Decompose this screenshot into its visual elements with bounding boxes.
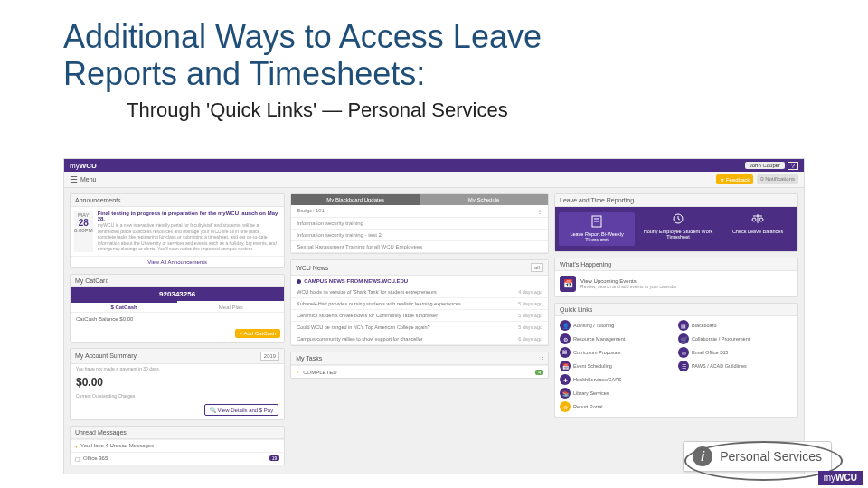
catcard-header: My CatCard bbox=[71, 275, 284, 287]
catcash-balance: CatCash Balance $0.00 bbox=[71, 312, 284, 325]
ql-paws[interactable]: ☰PAWS / ACAD Guildlines bbox=[676, 360, 795, 373]
year-select[interactable]: 2019 bbox=[260, 352, 279, 361]
cart-icon: 🛒 bbox=[678, 333, 689, 344]
bb-row[interactable]: Information security training - test 2 bbox=[291, 230, 548, 241]
student-id: 920343256 bbox=[71, 287, 284, 301]
personal-services-callout[interactable]: i Personal Services bbox=[683, 441, 832, 472]
news-row[interactable]: Campus community rallies to show support… bbox=[291, 333, 548, 345]
calendar-icon: 📅 bbox=[560, 361, 571, 371]
tasks-card: My Tasks ‹ ✓COMPLETED4 bbox=[290, 352, 549, 379]
news-row[interactable]: Ceramics students create bowls for Commu… bbox=[291, 310, 548, 322]
portal-screenshot: myWCU John Cooper ? ☰ Menu ★ Feedback 0 … bbox=[63, 158, 805, 474]
slide-title: Additional Ways to Access Leave Reports … bbox=[63, 18, 805, 93]
office-icon: ▢ bbox=[75, 455, 80, 462]
svg-point-9 bbox=[760, 218, 763, 221]
blackboard-card: My Blackboard Updates My Schedule Badge:… bbox=[290, 193, 549, 254]
bullet-icon bbox=[297, 279, 301, 284]
account-card: My Account Summary 2019 You have not mad… bbox=[70, 348, 285, 420]
bb-row[interactable]: Information security training bbox=[291, 218, 548, 230]
building-icon: 🏛 bbox=[560, 347, 571, 358]
ql-health[interactable]: ✚HealthServices/CAPS bbox=[558, 373, 676, 387]
ql-advising[interactable]: 👤Advising / Tutoring bbox=[558, 319, 676, 333]
document-icon bbox=[590, 215, 604, 228]
health-icon: ✚ bbox=[560, 374, 571, 385]
view-pay-button[interactable]: 🔍 View Details and $ Pay bbox=[204, 404, 278, 416]
ql-blackboard[interactable]: ▤Blackboard bbox=[676, 319, 795, 333]
news-row[interactable]: Could WCU be ranged in NC's Top American… bbox=[291, 322, 548, 333]
svg-line-5 bbox=[678, 219, 680, 220]
tab-my-schedule[interactable]: My Schedule bbox=[420, 194, 548, 205]
person-icon: 👤 bbox=[560, 320, 571, 331]
info-icon: i bbox=[693, 446, 712, 466]
news-filter[interactable]: all bbox=[531, 263, 543, 272]
tile-leave-balances[interactable]: Check Leave Balances bbox=[722, 212, 794, 246]
ql-collaborate[interactable]: 🛒Collaborate / Procurement bbox=[676, 333, 795, 346]
calendar-icon: 📅 bbox=[560, 276, 576, 292]
account-balance: $0.00 bbox=[71, 373, 284, 391]
help-button[interactable]: ? bbox=[788, 162, 798, 170]
account-note: You have not made a payment in 30 days. bbox=[71, 364, 284, 373]
account-header: My Account Summary 2019 bbox=[71, 349, 284, 364]
quick-links-card: Quick Links 👤Advising / Tutoring ▤Blackb… bbox=[554, 303, 798, 418]
office365-row[interactable]: ▢Office 36519 bbox=[71, 452, 284, 465]
ql-spacer2 bbox=[676, 387, 795, 400]
unread-row[interactable]: ▾You Have 4 Unread Messages bbox=[71, 439, 284, 452]
clock-icon bbox=[671, 212, 685, 225]
ql-report[interactable]: ⊘Report Portal bbox=[558, 400, 676, 414]
tasks-pager[interactable]: ‹ bbox=[542, 355, 543, 361]
footer-brand: myWCU bbox=[818, 471, 863, 485]
scales-icon bbox=[750, 212, 765, 225]
feedback-button[interactable]: ★ Feedback bbox=[716, 174, 753, 184]
bb-row[interactable]: Sexual Harassment Training for all WCU E… bbox=[291, 241, 548, 253]
user-menu[interactable]: John Cooper bbox=[745, 162, 785, 169]
menu-label[interactable]: Menu bbox=[80, 176, 97, 183]
ql-library[interactable]: 📚Library Services bbox=[558, 387, 676, 400]
ql-spacer bbox=[676, 373, 795, 387]
wh-sub: Review, search and add events to your ca… bbox=[580, 284, 677, 289]
ltr-header: Leave and Time Reporting bbox=[555, 194, 797, 207]
announcement-date: MAY 28 8:00PM bbox=[74, 211, 93, 252]
sliders-icon: ⚙ bbox=[560, 333, 571, 344]
ql-curriculum[interactable]: 🏛Curriculum Proposals bbox=[558, 346, 676, 360]
notifications-button[interactable]: 0 Notifications bbox=[757, 174, 798, 184]
ql-email[interactable]: ✉Email Office 365 bbox=[676, 346, 795, 360]
news-row[interactable]: Kuhanek-Haft provides nursing students w… bbox=[291, 298, 548, 310]
slide-subtitle: Through 'Quick Links' — Personal Service… bbox=[127, 99, 805, 122]
svg-point-8 bbox=[752, 218, 756, 221]
account-charges: Current Outstanding Charges bbox=[71, 391, 284, 400]
list-icon: ☰ bbox=[678, 361, 689, 371]
tab-bb-updates[interactable]: My Blackboard Updates bbox=[291, 194, 420, 205]
subbar: ☰ Menu ★ Feedback 0 Notifications bbox=[64, 172, 804, 188]
menu-icon[interactable]: ☰ bbox=[70, 174, 78, 184]
task-row[interactable]: ✓COMPLETED4 bbox=[291, 365, 548, 378]
announcements-header: Announcements bbox=[71, 194, 284, 207]
tab-catcash[interactable]: $ CatCash bbox=[71, 301, 177, 312]
book-icon: 📚 bbox=[560, 388, 571, 399]
tasks-header: My Tasks ‹ bbox=[291, 352, 548, 365]
wh-header: What's Happening bbox=[555, 258, 797, 271]
news-header: WCU News all bbox=[291, 260, 548, 276]
topbar: myWCU John Cooper ? bbox=[64, 159, 804, 172]
board-icon: ▤ bbox=[678, 320, 689, 331]
news-card: WCU News all CAMPUS NEWS FROM NEWS.WCU.E… bbox=[290, 259, 549, 346]
view-all-announcements[interactable]: View All Announcements bbox=[71, 256, 284, 267]
tile-hourly-timesheet[interactable]: Hourly Employee Student Work Timesheet bbox=[642, 212, 714, 246]
ql-resource[interactable]: ⚙Collaborate / ProcurementResource Manag… bbox=[558, 333, 676, 346]
add-catcash-button[interactable]: + Add CatCash bbox=[235, 329, 281, 338]
tab-mealplan[interactable]: Meal Plan bbox=[177, 301, 284, 312]
tile-leave-report[interactable]: Leave Report Bi-Weekly Timesheet bbox=[559, 212, 635, 246]
messages-card: Unread Messages ▾You Have 4 Unread Messa… bbox=[70, 426, 285, 465]
news-row[interactable]: WCU holds its version of 'Shark Tank' fo… bbox=[291, 286, 548, 298]
ql-events[interactable]: 📅Event Scheduling bbox=[558, 360, 676, 373]
messages-header: Unread Messages bbox=[71, 427, 284, 439]
title-line1: Additional Ways to Access Leave bbox=[63, 18, 542, 55]
chevron-down-icon: ▾ bbox=[75, 443, 78, 449]
mail-icon: ✉ bbox=[678, 347, 689, 358]
dots-icon[interactable]: ⋮ bbox=[537, 208, 542, 214]
announcement-title: Final testing in progress in preparation… bbox=[98, 211, 281, 221]
catcard-card: My CatCard 920343256 $ CatCash Meal Plan… bbox=[70, 274, 285, 343]
title-line2: Reports and Timesheets: bbox=[63, 55, 425, 92]
brand-logo: myWCU bbox=[70, 162, 97, 170]
whats-happening-card: What's Happening 📅 View Upcoming Events … bbox=[554, 258, 798, 297]
check-icon: ✓ bbox=[296, 369, 300, 375]
